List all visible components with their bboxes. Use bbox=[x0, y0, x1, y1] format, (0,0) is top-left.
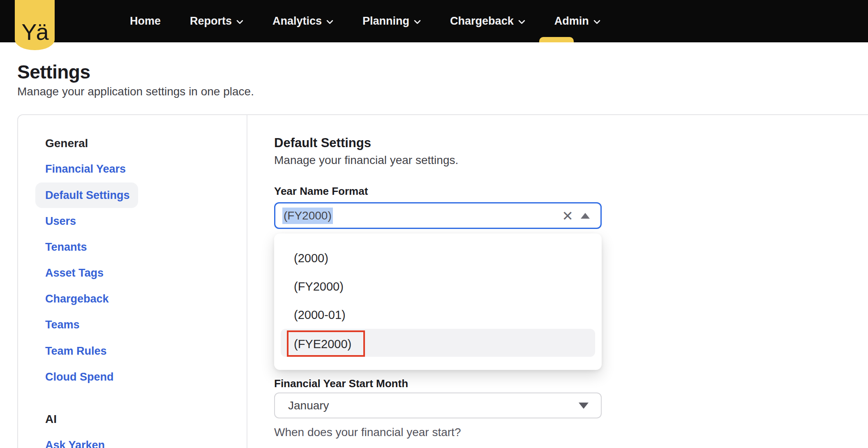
top-nav: Home Reports Analytics Planning Chargeba… bbox=[0, 0, 868, 42]
nav-item-planning[interactable]: Planning bbox=[362, 15, 421, 28]
sidebar-item-asset-tags[interactable]: Asset Tags bbox=[45, 266, 104, 280]
page-subtitle: Manage your application settings in one … bbox=[17, 85, 254, 98]
dropdown-option-2000-01[interactable]: (2000-01) bbox=[294, 307, 346, 323]
nav-item-chargeback[interactable]: Chargeback bbox=[450, 15, 525, 28]
start-month-label: Financial Year Start Month bbox=[274, 377, 408, 390]
nav-item-analytics[interactable]: Analytics bbox=[272, 15, 333, 28]
sidebar-item-teams[interactable]: Teams bbox=[45, 318, 80, 332]
nav-item-admin[interactable]: Admin bbox=[554, 15, 600, 28]
start-month-help: When does your financial year start? bbox=[274, 426, 461, 439]
sidebar-item-tenants[interactable]: Tenants bbox=[45, 240, 87, 254]
nav-item-label: Planning bbox=[362, 15, 409, 28]
chevron-down-icon bbox=[593, 20, 600, 24]
sidebar-section-ai: AI bbox=[45, 413, 57, 426]
sidebar-item-cloud-spend[interactable]: Cloud Spend bbox=[45, 370, 113, 384]
chevron-up-icon[interactable] bbox=[581, 213, 590, 219]
nav-item-label: Admin bbox=[554, 15, 589, 28]
sidebar-item-ask-yarken[interactable]: Ask Yarken bbox=[45, 438, 105, 448]
start-month-value: January bbox=[288, 399, 329, 412]
nav-menu: Home Reports Analytics Planning Chargeba… bbox=[130, 0, 600, 42]
brand-logo[interactable]: Yä bbox=[15, 0, 55, 50]
dropdown-option-fy2000[interactable]: (FY2000) bbox=[294, 278, 344, 295]
sidebar-item-users[interactable]: Users bbox=[45, 214, 76, 228]
sidebar-item-chargeback[interactable]: Chargeback bbox=[45, 292, 109, 306]
nav-item-label: Home bbox=[130, 15, 161, 28]
content-subheading: Manage your financial year settings. bbox=[274, 154, 458, 167]
clear-icon[interactable]: ✕ bbox=[562, 209, 573, 222]
chevron-down-icon bbox=[518, 20, 525, 24]
start-month-select[interactable]: January bbox=[274, 393, 602, 418]
page-title: Settings bbox=[17, 61, 90, 83]
chevron-down-icon bbox=[579, 402, 589, 409]
sidebar-item-default-settings[interactable]: Default Settings bbox=[45, 188, 130, 202]
nav-item-label: Chargeback bbox=[450, 15, 514, 28]
dropdown-option-2000[interactable]: (2000) bbox=[294, 250, 328, 266]
chevron-down-icon bbox=[326, 20, 333, 24]
settings-page: { "brand": { "logo_text": "Yä" }, "nav":… bbox=[0, 0, 868, 448]
chevron-down-icon bbox=[236, 20, 243, 24]
active-nav-indicator bbox=[539, 37, 574, 42]
brand-logo-text: Yä bbox=[21, 21, 48, 44]
content-heading: Default Settings bbox=[274, 136, 371, 150]
sidebar-item-team-rules[interactable]: Team Rules bbox=[45, 344, 107, 358]
sidebar-item-financial-years[interactable]: Financial Years bbox=[45, 162, 126, 176]
annotation-highlight-box bbox=[287, 330, 365, 357]
year-name-format-combobox[interactable]: (FY2000) ✕ bbox=[274, 202, 602, 229]
year-name-format-label: Year Name Format bbox=[274, 185, 368, 198]
chevron-down-icon bbox=[414, 20, 421, 24]
sidebar-divider bbox=[247, 115, 247, 448]
nav-item-home[interactable]: Home bbox=[130, 15, 161, 28]
nav-item-label: Reports bbox=[190, 15, 232, 28]
nav-item-label: Analytics bbox=[272, 15, 322, 28]
combobox-selected-text[interactable]: (FY2000) bbox=[282, 208, 333, 224]
nav-item-reports[interactable]: Reports bbox=[190, 15, 243, 28]
sidebar-section-general: General bbox=[45, 137, 88, 150]
year-format-dropdown-menu: (2000) (FY2000) (2000-01) (FYE2000) bbox=[274, 233, 602, 370]
